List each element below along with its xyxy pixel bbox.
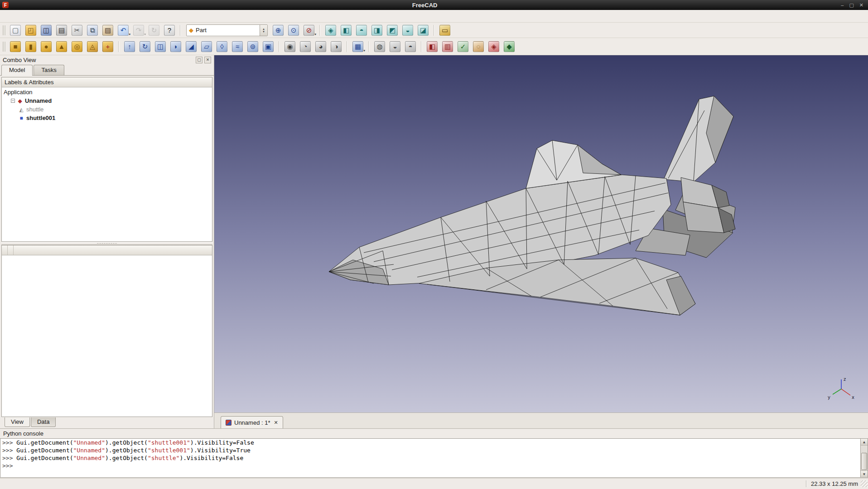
part-thickness[interactable]: ▣ [260,40,276,53]
view-front[interactable]: ◧ [338,24,354,37]
menu-item[interactable] [39,14,48,19]
part-extrude[interactable]: ↑ [122,40,137,53]
part-loft[interactable]: ◊ [214,40,230,53]
refresh[interactable]: ↻ [146,24,162,37]
part-sweep[interactable]: ≈ [230,40,245,53]
part-check-geometry[interactable]: ✓ [455,40,471,53]
toolbar-grip[interactable] [3,25,6,35]
toolbar-grip[interactable] [3,42,6,52]
part-embed[interactable]: ◒ [387,40,403,53]
document-tab[interactable]: Unnamed : 1* ✕ [221,416,283,428]
part-connect[interactable]: ◍ [372,40,387,53]
part-torus[interactable]: ◎ [69,40,85,53]
view-isometric[interactable]: ◈ [323,24,338,37]
tree-item-shuttle001[interactable]: ■ shuttle001 [2,114,212,122]
save-document[interactable]: ◫ [39,24,54,37]
part-mirror[interactable]: ◫ [153,40,168,53]
tab-data[interactable]: Data [31,417,56,427]
maximize-button[interactable]: ▢ [849,2,854,8]
part-offset[interactable]: ⊚ [245,40,260,53]
undo[interactable]: ↶ ▾ [116,24,131,37]
view-rear[interactable]: ◩ [385,24,400,37]
dropdown-arrow-icon[interactable]: ▾ [363,49,365,53]
property-column-header[interactable] [2,245,8,255]
fit-selection[interactable]: ⊙ [286,24,301,37]
resize-grip[interactable] [861,480,868,487]
python-console-input[interactable]: >>> Gui.getDocument("Unnamed").getObject… [0,438,860,478]
scrollbar-thumb[interactable] [861,453,867,470]
part-cross-sections[interactable]: ▥ [440,40,455,53]
tree-item-unnamed[interactable]: − ◆ Unnamed [2,96,212,105]
part-cut[interactable]: ◔ [298,40,313,53]
expander-icon[interactable]: − [11,99,15,103]
part-union[interactable]: ◕ [313,40,328,53]
redo[interactable]: ↷ ▾ [131,24,146,37]
tree-item-application[interactable]: Application [2,88,212,96]
part-ruled-surface[interactable]: ▱ [199,40,214,53]
part-create-primitives[interactable]: ◬ [85,40,100,53]
part-convert-solid[interactable]: ◆ [502,40,517,53]
close-panel-button[interactable]: ✕ [204,57,211,63]
view-right[interactable]: ◨ [369,24,385,37]
print[interactable]: ▤ [54,24,69,37]
part-cone[interactable]: ▲ [54,40,69,53]
open-document[interactable]: ◰ [23,24,39,37]
dropdown-arrow-icon[interactable]: ▾ [144,33,146,36]
paste[interactable]: ▨ [100,24,116,37]
labels-attributes-header[interactable]: Labels & Attributes [2,77,212,87]
part-common[interactable]: ◑ [328,40,344,53]
workbench-selector[interactable]: ◆ Part ▴▾ [186,24,268,36]
close-button[interactable]: ✕ [859,2,863,8]
panel-splitter[interactable] [1,242,212,245]
menu-item[interactable] [57,14,66,19]
part-compound[interactable]: ▦ ▾ [350,40,366,53]
part-cutout[interactable]: ◓ [403,40,418,53]
part-chamfer[interactable]: ◢ [183,40,199,53]
draw-style[interactable]: ⊘ ▾ [301,24,317,37]
part-cylinder[interactable]: ▮ [23,40,39,53]
menu-item[interactable] [21,14,30,19]
menu-item[interactable] [75,14,84,19]
part-fillet[interactable]: ◗ [168,40,183,53]
part-revolve[interactable]: ↻ [137,40,153,53]
menu-item[interactable] [48,14,57,19]
view-top[interactable]: ◓ [354,24,369,37]
console-scrollbar[interactable]: ▲ ▼ [860,438,868,478]
tab-view[interactable]: View [5,417,30,427]
part-shape-builder[interactable]: + [100,40,116,53]
part-box[interactable]: ■ [8,40,23,53]
copy[interactable]: ⧉ [85,24,100,37]
part-defeaturing[interactable]: ◌ [471,40,486,53]
scroll-up-icon[interactable]: ▲ [861,439,868,446]
new-document[interactable]: ▢ [8,24,23,37]
property-column-header[interactable] [8,245,14,255]
cut[interactable]: ✂ [69,24,85,37]
whats-this[interactable]: ? [162,24,177,37]
menu-item[interactable] [30,14,39,19]
combo-spinner-icon[interactable]: ▴▾ [260,25,267,36]
view-left[interactable]: ◪ [415,24,431,37]
part-sphere[interactable]: ● [39,40,54,53]
part-section[interactable]: ◧ [424,40,440,53]
view-bottom[interactable]: ◒ [400,24,415,37]
dropdown-arrow-icon[interactable]: ▾ [314,33,316,36]
close-document-icon[interactable]: ✕ [274,420,278,426]
tab-model[interactable]: Model [1,65,33,76]
3d-viewport[interactable]: z x y [214,55,868,412]
menu-item[interactable] [66,14,75,19]
scrollbar-track[interactable] [861,446,868,470]
float-panel-button[interactable]: ▢ [196,57,203,63]
shuttle-model[interactable] [214,55,868,412]
menu-item[interactable] [12,14,21,19]
scroll-down-icon[interactable]: ▼ [861,470,868,477]
dropdown-arrow-icon[interactable]: ▾ [129,33,130,36]
tab-tasks[interactable]: Tasks [34,65,64,75]
property-list[interactable] [2,255,212,417]
measure-linear[interactable]: ▭ [437,24,453,37]
minimize-button[interactable]: – [841,2,844,8]
tree-item-shuttle[interactable]: ◭ shuttle [2,105,212,114]
menu-item[interactable] [3,14,12,19]
fit-all[interactable]: ⊕ [270,24,286,37]
part-boolean[interactable]: ◉ [282,40,298,53]
part-refine-shape[interactable]: ◈ [486,40,502,53]
